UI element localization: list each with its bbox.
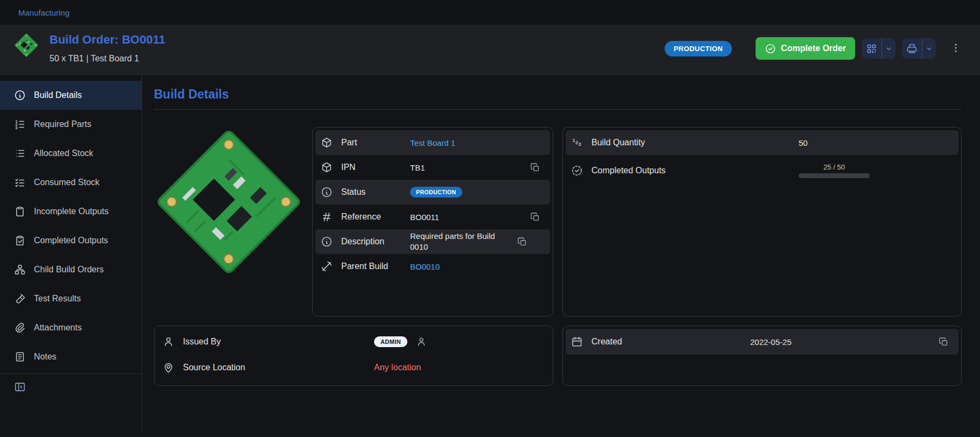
list-check-icon <box>14 177 26 188</box>
sidebar-item-allocated-stock[interactable]: Allocated Stock <box>0 139 142 168</box>
package-icon <box>321 137 333 149</box>
info-circle-icon <box>321 236 333 248</box>
progress-label: 25 / 50 <box>799 163 870 171</box>
package-icon <box>321 161 333 173</box>
copy-icon <box>517 237 527 247</box>
copy-description-button[interactable] <box>512 233 532 250</box>
row-label: Issued By <box>183 336 374 347</box>
row-label: Created <box>591 336 750 347</box>
ipn-value: TB1 <box>410 163 525 172</box>
row-parent-build: Parent Build BO0010 <box>315 254 550 279</box>
collapse-sidebar-button[interactable] <box>14 381 26 393</box>
clipboard-check-icon <box>14 235 26 246</box>
created-value: 2022-05-25 <box>750 337 934 347</box>
clipboard-icon <box>14 206 26 217</box>
source-location-value: Any location <box>374 363 545 372</box>
part-link[interactable]: Test Board 1 <box>410 138 545 147</box>
svg-text:3: 3 <box>579 142 581 147</box>
row-status: Status PRODUCTION <box>315 180 550 205</box>
list-icon <box>14 147 26 159</box>
title-block: Build Order: BO0011 50 x TB1 | Test Boar… <box>50 33 165 64</box>
header-actions: PRODUCTION Complete Order <box>665 37 964 60</box>
complete-order-button[interactable]: Complete Order <box>756 37 855 60</box>
heading-divider <box>154 109 962 110</box>
hash-icon <box>321 211 333 223</box>
tools-icon <box>321 260 333 272</box>
sidebar-item-notes[interactable]: Notes <box>0 342 142 371</box>
reference-value: BO0011 <box>410 213 525 222</box>
parent-build-link[interactable]: BO0010 <box>410 262 545 271</box>
copy-ipn-button[interactable] <box>525 159 545 176</box>
sidebar-item-label: Child Build Orders <box>34 265 104 274</box>
sidebar-item-child-build-orders[interactable]: Child Build Orders <box>0 255 142 284</box>
sitemap-icon <box>14 264 26 276</box>
progress-track <box>799 173 870 178</box>
copy-reference-button[interactable] <box>525 208 545 225</box>
sidebar-item-label: Build Details <box>34 90 82 100</box>
breadcrumb-bar: Manufacturing <box>0 0 980 25</box>
more-actions-button[interactable] <box>948 40 964 58</box>
user-icon <box>163 336 174 348</box>
sidebar-item-label: Completed Outputs <box>34 236 108 245</box>
sidebar-item-label: Required Parts <box>34 119 91 129</box>
row-reference: Reference BO0011 <box>315 205 550 229</box>
map-pin-icon <box>163 362 174 373</box>
chevron-down-icon[interactable] <box>922 38 936 59</box>
sidebar-item-incomplete-outputs[interactable]: Incomplete Outputs <box>0 197 142 226</box>
row-part: Part Test Board 1 <box>315 130 550 155</box>
row-ipn: IPN TB1 <box>315 155 550 180</box>
row-completed-outputs: Completed Outputs 25 / 50 <box>566 155 958 186</box>
completed-outputs-value: 25 / 50 <box>799 163 953 178</box>
build-quantity-value: 50 <box>799 138 953 147</box>
sidebar-item-attachments[interactable]: Attachments <box>0 313 142 342</box>
progress-bar: 25 / 50 <box>799 163 870 178</box>
sidebar-item-completed-outputs[interactable]: Completed Outputs <box>0 226 142 255</box>
complete-order-label: Complete Order <box>781 44 846 53</box>
sidebar-item-build-details[interactable]: Build Details <box>0 81 142 110</box>
barcode-actions-button[interactable] <box>862 38 896 59</box>
circle-check-icon <box>765 43 776 54</box>
print-actions-button[interactable] <box>902 38 936 59</box>
description-value: Required parts for Build 0010 <box>410 231 512 253</box>
test-pipe-icon <box>14 293 26 305</box>
sidebar-collapse-icon <box>14 381 26 393</box>
status-badge: PRODUCTION <box>665 41 732 57</box>
user-icon <box>416 336 427 347</box>
paperclip-icon <box>14 322 26 334</box>
calendar-icon <box>571 336 583 348</box>
part-thumbnail-image[interactable] <box>14 33 39 58</box>
row-created: Created 2022-05-25 <box>566 329 958 355</box>
row-label: Completed Outputs <box>591 165 799 176</box>
header-title-group: Build Order: BO0011 50 x TB1 | Test Boar… <box>14 33 165 64</box>
part-image[interactable] <box>154 127 304 277</box>
created-card: Created 2022-05-25 <box>562 326 962 386</box>
row-build-quantity: 123 Build Quantity 50 <box>566 130 958 155</box>
numbers-123-icon: 123 <box>571 137 583 149</box>
row-label: Part <box>341 137 410 148</box>
copy-icon <box>530 212 540 222</box>
row-label: Reference <box>341 212 410 222</box>
breadcrumb-manufacturing[interactable]: Manufacturing <box>18 8 69 17</box>
details-left-group: Part Test Board 1 IPN TB1 <box>154 127 553 316</box>
svg-text:3: 3 <box>15 125 18 130</box>
copy-created-button[interactable] <box>934 333 953 350</box>
row-label: Build Quantity <box>591 137 799 148</box>
issued-by-value: ADMIN <box>374 336 545 347</box>
row-label: Status <box>341 187 410 198</box>
sidebar: Build Details 123 Required Parts Allocat… <box>0 75 142 432</box>
page-header: Build Order: BO0011 50 x TB1 | Test Boar… <box>0 25 980 75</box>
row-description: Description Required parts for Build 001… <box>315 229 550 254</box>
sidebar-item-required-parts[interactable]: 123 Required Parts <box>0 110 142 139</box>
issue-details-card: Issued By ADMIN Source Location Any loca… <box>154 326 553 386</box>
chevron-down-icon[interactable] <box>882 38 896 59</box>
row-label: Parent Build <box>341 261 410 272</box>
sidebar-item-consumed-stock[interactable]: Consumed Stock <box>0 168 142 197</box>
qrcode-icon <box>862 43 882 54</box>
admin-badge: ADMIN <box>374 336 407 347</box>
details-grid: Part Test Board 1 IPN TB1 <box>154 127 962 386</box>
main-content: Build Details Part Test Board 1 <box>142 75 980 432</box>
sidebar-item-test-results[interactable]: Test Results <box>0 284 142 313</box>
sidebar-item-label: Notes <box>34 352 57 362</box>
progress-check-icon <box>571 165 583 177</box>
notes-icon <box>14 351 26 363</box>
